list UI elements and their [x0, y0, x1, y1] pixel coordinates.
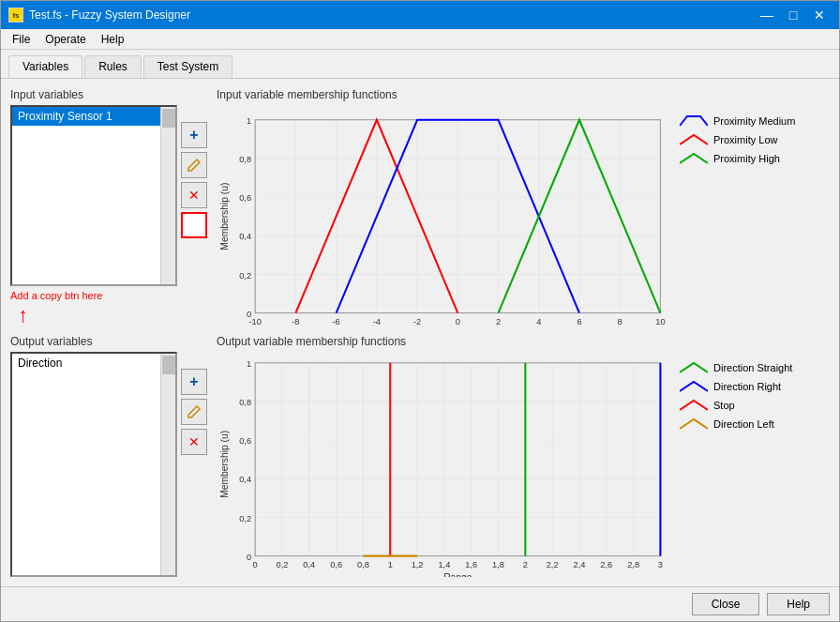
input-variables-list[interactable]: Proximity Sensor 1: [10, 105, 177, 286]
maximize-button[interactable]: □: [781, 6, 805, 24]
stop-legend-line: [680, 399, 708, 412]
output-section: Output variables Direction +: [10, 335, 830, 577]
svg-text:2,4: 2,4: [574, 560, 586, 569]
direction-straight-legend-line: [680, 361, 708, 374]
bottom-bar: Close Help: [1, 586, 839, 621]
app-icon: fs: [8, 8, 23, 23]
title-bar-left: fs Test.fs - Fuzzy System Designer: [8, 8, 190, 23]
output-list-area: Direction + ✕: [10, 352, 207, 577]
output-chart-svg: Membership (u): [217, 352, 680, 577]
legend-proximity-medium: Proximity Medium: [680, 114, 830, 128]
input-variables-panel: Input variables Proximity Sensor 1 Add a…: [10, 88, 207, 327]
svg-text:1: 1: [247, 359, 251, 369]
svg-text:1,4: 1,4: [438, 560, 450, 569]
main-content: Input variables Proximity Sensor 1 Add a…: [1, 79, 839, 586]
arrow-indicator: ↑: [10, 303, 177, 327]
minimize-button[interactable]: —: [755, 6, 779, 24]
input-delete-button[interactable]: ✕: [181, 182, 207, 208]
legend-proximity-high: Proximity High: [680, 152, 830, 165]
legend-proximity-low: Proximity Low: [680, 133, 830, 146]
svg-text:-2: -2: [413, 317, 421, 326]
input-chart-container: Membership (u): [217, 105, 680, 327]
copy-hint-area: Add a copy btn here: [10, 290, 177, 301]
tab-variables[interactable]: Variables: [8, 55, 82, 78]
menu-file[interactable]: File: [5, 31, 38, 47]
close-button[interactable]: Close: [692, 593, 760, 615]
direction-straight-legend-label: Direction Straight: [713, 362, 792, 373]
svg-text:0,4: 0,4: [239, 476, 251, 485]
stop-legend-label: Stop: [713, 400, 735, 411]
output-list-scrollbar[interactable]: [160, 354, 175, 575]
svg-text:-10: -10: [248, 317, 261, 326]
svg-text:0,6: 0,6: [239, 193, 251, 203]
output-variables-label: Output variables: [10, 335, 207, 348]
output-variables-panel: Output variables Direction +: [10, 335, 207, 577]
svg-text:0,8: 0,8: [239, 155, 251, 164]
output-chart-container: Membership (u): [217, 352, 680, 577]
menu-operate[interactable]: Operate: [38, 31, 93, 47]
svg-text:0,6: 0,6: [239, 437, 251, 447]
input-side-buttons: + ✕: [181, 105, 207, 327]
input-section: Input variables Proximity Sensor 1 Add a…: [10, 88, 830, 327]
svg-text:0,4: 0,4: [303, 560, 315, 569]
svg-text:0,2: 0,2: [277, 560, 289, 569]
output-add-button[interactable]: +: [181, 369, 207, 395]
window-title: Test.fs - Fuzzy System Designer: [29, 8, 190, 22]
proximity-high-legend-label: Proximity High: [713, 153, 780, 164]
proximity-medium-legend-label: Proximity Medium: [713, 115, 795, 127]
svg-text:2,8: 2,8: [627, 560, 639, 569]
svg-text:0: 0: [247, 553, 251, 562]
output-side-buttons: + ✕: [181, 352, 207, 577]
direction-left-legend-line: [680, 417, 708, 431]
legend-direction-left: Direction Left: [680, 417, 830, 431]
tab-rules[interactable]: Rules: [84, 55, 142, 78]
output-edit-button[interactable]: [181, 399, 207, 425]
svg-text:0,4: 0,4: [239, 232, 251, 241]
svg-text:Range: Range: [443, 573, 472, 577]
svg-text:-4: -4: [373, 317, 381, 326]
svg-text:0,2: 0,2: [239, 271, 251, 281]
svg-text:4: 4: [536, 317, 541, 326]
list-item[interactable]: Proximity Sensor 1: [12, 107, 175, 126]
title-bar: fs Test.fs - Fuzzy System Designer — □ ✕: [1, 1, 839, 29]
input-list-area: Proximity Sensor 1 Add a copy btn here ↑: [10, 105, 207, 327]
main-window: fs Test.fs - Fuzzy System Designer — □ ✕…: [0, 0, 840, 622]
svg-text:0,6: 0,6: [330, 560, 342, 569]
output-chart-with-legend: Membership (u): [217, 352, 830, 577]
svg-text:-8: -8: [292, 317, 299, 326]
svg-text:2,6: 2,6: [600, 560, 612, 569]
svg-text:0: 0: [456, 317, 460, 326]
menu-bar: File Operate Help: [1, 29, 839, 50]
copy-hint-text: Add a copy btn here: [10, 290, 102, 301]
svg-text:0,8: 0,8: [357, 560, 369, 569]
input-edit-button[interactable]: [181, 152, 207, 178]
tab-test-system[interactable]: Test System: [143, 55, 232, 78]
svg-text:Membership (u): Membership (u): [219, 431, 230, 498]
input-add-button[interactable]: +: [181, 122, 207, 148]
input-list-scrollbar[interactable]: [160, 107, 175, 284]
input-y-axis-label: Membership (u): [219, 183, 230, 250]
svg-text:6: 6: [577, 317, 581, 326]
menu-help[interactable]: Help: [94, 31, 132, 47]
svg-text:1,2: 1,2: [412, 560, 424, 569]
proximity-medium-legend-line: [680, 114, 708, 128]
list-item[interactable]: Direction: [12, 354, 175, 372]
input-copy-placeholder-button[interactable]: [181, 212, 207, 238]
svg-text:0,2: 0,2: [239, 514, 251, 523]
svg-text:10: 10: [655, 317, 665, 326]
proximity-low-legend-line: [680, 133, 708, 146]
close-window-button[interactable]: ✕: [807, 6, 832, 24]
svg-text:0,8: 0,8: [239, 398, 251, 407]
direction-left-legend-label: Direction Left: [713, 418, 774, 430]
input-chart-with-legend: Membership (u): [217, 105, 830, 327]
legend-direction-straight: Direction Straight: [680, 361, 830, 374]
svg-text:-6: -6: [332, 317, 339, 326]
svg-text:2: 2: [523, 560, 528, 569]
output-variables-list[interactable]: Direction: [10, 352, 177, 577]
output-list-wrapper: Direction: [10, 352, 177, 577]
tab-bar: Variables Rules Test System: [1, 50, 839, 79]
svg-text:2,2: 2,2: [547, 560, 559, 569]
output-delete-button[interactable]: ✕: [181, 429, 207, 455]
help-button[interactable]: Help: [767, 593, 830, 615]
input-legend: Proximity Medium Proximity Low: [680, 105, 830, 327]
